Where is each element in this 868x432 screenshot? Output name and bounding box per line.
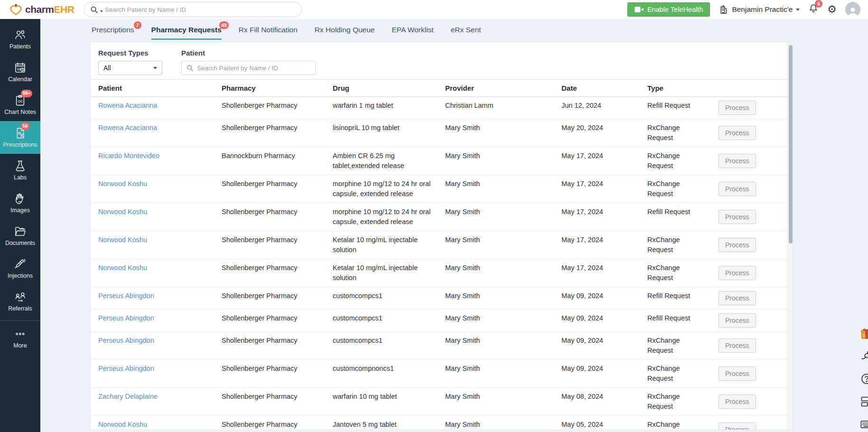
top-header: charmEHR Enable TeleHealth Benjamin Prac… <box>0 0 868 19</box>
process-button[interactable]: Process <box>719 423 756 430</box>
patient-link[interactable]: Norwood Koshu <box>98 421 147 428</box>
column-header-actions <box>711 80 787 96</box>
tab-erx-sent[interactable]: eRx Sent <box>451 26 481 38</box>
table-row: Zachary DelaplaineShollenberger Pharmacy… <box>91 388 788 416</box>
patient-link[interactable]: Norwood Koshu <box>98 180 147 188</box>
sidebar-item-referrals[interactable]: Referrals <box>0 285 40 318</box>
provider-cell: Mary Smith <box>438 175 554 203</box>
request-types-select[interactable]: All <box>98 61 162 75</box>
tab-rx-fill-notification[interactable]: Rx Fill Notification <box>239 26 298 38</box>
process-button[interactable]: Process <box>719 182 756 196</box>
date-cell: May 17, 2024 <box>554 175 640 203</box>
process-button[interactable]: Process <box>719 266 756 280</box>
pharmacy-requests-panel: Request Types All Patient PatientPharmac… <box>90 42 793 430</box>
chevron-down-icon <box>153 67 157 69</box>
patient-cell: Norwood Koshu <box>91 259 214 287</box>
gift-icon[interactable] <box>860 327 868 340</box>
patient-link[interactable]: Ricardo Montevideo <box>98 152 159 160</box>
process-button[interactable]: Process <box>719 101 756 115</box>
drug-cell: Jantoven 5 mg tablet <box>325 416 438 430</box>
sidebar-item-chart-notes[interactable]: CC99+Chart Notes <box>0 88 40 121</box>
type-cell: Refill Request <box>640 203 711 231</box>
column-header-pharmacy: Pharmacy <box>214 80 325 96</box>
column-header-patient: Patient <box>91 80 214 96</box>
keyboard-icon[interactable] <box>860 418 868 431</box>
sidebar-item-more[interactable]: More <box>0 322 40 355</box>
patient-link[interactable]: Norwood Koshu <box>98 236 147 244</box>
plug-icon[interactable] <box>860 349 868 363</box>
search-scope-caret-icon[interactable] <box>100 10 103 12</box>
drug-cell: customcompcs1 <box>325 310 438 331</box>
patient-search-input[interactable] <box>197 65 311 72</box>
pharmacy-cell: Shollenberger Pharmacy <box>214 360 325 387</box>
tab-epa-worklist[interactable]: EPA Worklist <box>392 26 433 38</box>
vertical-scrollbar[interactable] <box>787 42 793 430</box>
sidebar-item-labs[interactable]: Labs <box>0 154 40 187</box>
global-search-input[interactable] <box>105 6 296 13</box>
provider-cell: Christian Lamm <box>438 97 554 119</box>
process-button[interactable]: Process <box>719 291 756 305</box>
process-button[interactable]: Process <box>719 366 756 381</box>
svg-text:CC: CC <box>18 100 23 103</box>
practice-switcher[interactable]: Benjamin Practic'e <box>719 5 800 15</box>
process-button[interactable]: Process <box>719 338 756 353</box>
sidebar-item-calendar[interactable]: 12Calendar <box>0 56 40 88</box>
more-icon <box>14 327 27 340</box>
help-icon[interactable] <box>860 372 868 385</box>
process-button[interactable]: Process <box>719 126 756 140</box>
search-icon <box>90 5 98 14</box>
tab-label: Prescriptions <box>92 26 134 34</box>
patient-link[interactable]: Perseus Abingdon <box>98 337 154 344</box>
date-cell: May 08, 2024 <box>554 388 640 415</box>
process-button[interactable]: Process <box>719 394 756 409</box>
sidebar-item-patients[interactable]: Patients <box>0 23 40 56</box>
process-button[interactable]: Process <box>719 154 756 168</box>
patient-link[interactable]: Rowena Acacianna <box>98 124 157 131</box>
svg-text:12: 12 <box>17 66 21 71</box>
logo-text: charmEHR <box>25 4 74 15</box>
patient-link[interactable]: Norwood Koshu <box>98 264 147 272</box>
drug-cell: customcompnoncs1 <box>325 360 438 387</box>
tab-prescriptions[interactable]: Prescriptions7 <box>92 26 134 38</box>
layout-icon[interactable] <box>860 395 868 408</box>
patient-link[interactable]: Perseus Abingdon <box>98 314 154 322</box>
scrollbar-thumb[interactable] <box>789 45 793 244</box>
tab-label: Rx Fill Notification <box>239 26 298 34</box>
global-patient-search[interactable] <box>84 2 302 17</box>
type-cell: RxChange Request <box>640 360 711 387</box>
process-button[interactable]: Process <box>719 210 756 224</box>
process-button[interactable]: Process <box>719 238 756 252</box>
tab-label: eRx Sent <box>451 26 481 34</box>
drug-cell: morphine 10 mg/12 to 24 hr oral capsule,… <box>325 175 438 203</box>
heart-logo-icon <box>9 3 22 16</box>
patients-icon <box>14 28 27 41</box>
patient-link[interactable]: Zachary Delaplaine <box>98 393 158 400</box>
patient-link[interactable]: Perseus Abingdon <box>98 365 154 372</box>
tab-pharmacy-requests[interactable]: Pharmacy Requests49 <box>151 26 222 40</box>
notifications-button[interactable]: 6 <box>808 3 819 16</box>
sidebar-item-injections[interactable]: Injections <box>0 252 40 285</box>
tab-rx-holding-queue[interactable]: Rx Holding Queue <box>315 26 375 38</box>
patient-cell: Rowena Acacianna <box>91 97 214 119</box>
requests-table: PatientPharmacyDrugProviderDateTypeRowen… <box>91 79 788 430</box>
process-button[interactable]: Process <box>719 313 756 328</box>
patient-filter-search[interactable] <box>181 61 316 75</box>
provider-cell: Mary Smith <box>438 388 554 415</box>
patient-link[interactable]: Perseus Abingdon <box>98 292 154 300</box>
sidebar-item-images[interactable]: Images <box>0 187 40 219</box>
table-row: Rowena AcaciannaShollenberger Pharmacywa… <box>91 97 788 119</box>
date-cell: May 09, 2024 <box>554 332 640 359</box>
right-rail <box>860 327 868 431</box>
pharmacy-cell: Shollenberger Pharmacy <box>214 287 325 309</box>
sidebar-item-label: Calendar <box>8 76 32 83</box>
sidebar-item-prescriptions[interactable]: R56Prescriptions <box>0 121 40 154</box>
patient-link[interactable]: Norwood Koshu <box>98 208 147 216</box>
drug-cell: Ambien CR 6.25 mg tablet,extended releas… <box>325 147 438 175</box>
avatar[interactable] <box>845 2 860 17</box>
enable-telehealth-button[interactable]: Enable TeleHealth <box>627 2 710 17</box>
patient-cell: Ricardo Montevideo <box>91 147 214 175</box>
provider-cell: Mary Smith <box>438 119 554 147</box>
patient-link[interactable]: Rowena Acacianna <box>98 102 157 109</box>
sidebar-item-documents[interactable]: Documents <box>0 219 40 252</box>
gear-icon[interactable]: ⚙ <box>827 4 837 15</box>
